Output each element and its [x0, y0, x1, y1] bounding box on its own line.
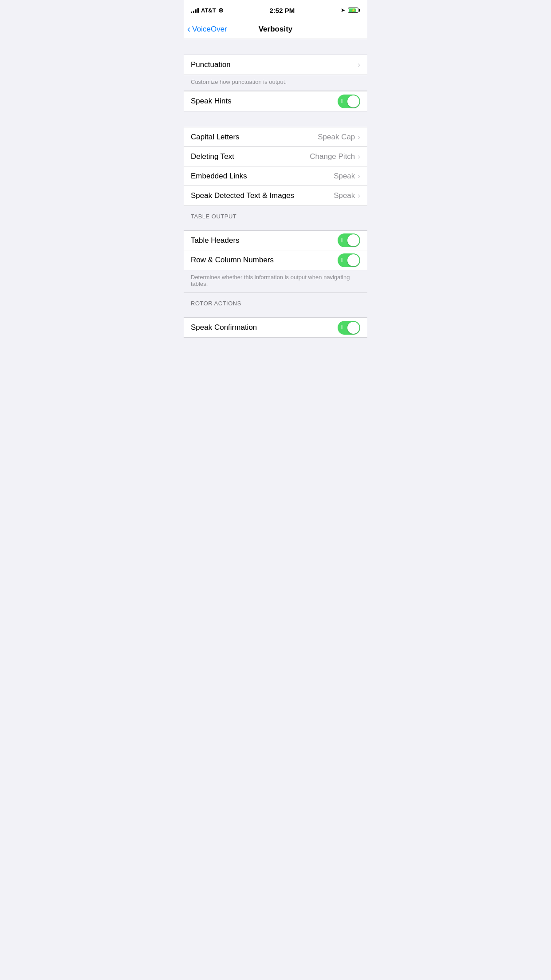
- row-column-numbers-row: Row & Column Numbers I: [184, 250, 367, 270]
- carrier-label: AT&T: [201, 7, 216, 14]
- speak-hints-label: Speak Hints: [191, 97, 338, 106]
- back-label: VoiceOver: [192, 25, 227, 34]
- table-headers-toggle[interactable]: I: [338, 233, 360, 247]
- speak-detected-chevron-icon: ›: [358, 191, 360, 200]
- rotor-actions-header: ROTOR ACTIONS: [184, 293, 367, 309]
- speak-detected-value: Speak: [334, 191, 355, 200]
- table-output-group: Table Headers I Row & Column Numbers I: [184, 230, 367, 270]
- row-column-numbers-label: Row & Column Numbers: [191, 256, 338, 265]
- navigation-bar: ‹ VoiceOver Verbosity: [184, 20, 367, 39]
- signal-bars-icon: [191, 8, 199, 13]
- deleting-text-chevron-icon: ›: [358, 152, 360, 161]
- capital-letters-value: Speak Cap: [318, 133, 355, 142]
- rotor-actions-group: Speak Confirmation I: [184, 317, 367, 338]
- deleting-text-right: Change Pitch ›: [310, 152, 360, 161]
- table-output-header: TABLE OUTPUT: [184, 206, 367, 222]
- other-settings-group: Capital Letters Speak Cap › Deleting Tex…: [184, 127, 367, 206]
- wifi-icon: ⊛: [218, 7, 224, 14]
- capital-letters-chevron-icon: ›: [358, 133, 360, 142]
- table-output-separator: TABLE OUTPUT: [184, 206, 367, 230]
- deleting-text-label: Deleting Text: [191, 152, 310, 161]
- deleting-text-row[interactable]: Deleting Text Change Pitch ›: [184, 147, 367, 166]
- capital-letters-label: Capital Letters: [191, 133, 318, 142]
- embedded-links-value: Speak: [334, 172, 355, 181]
- embedded-links-right: Speak ›: [334, 172, 360, 181]
- speak-detected-label: Speak Detected Text & Images: [191, 191, 334, 200]
- speak-confirmation-toggle[interactable]: I: [338, 321, 360, 335]
- speak-detected-right: Speak ›: [334, 191, 360, 200]
- speak-confirmation-row: Speak Confirmation I: [184, 318, 367, 337]
- embedded-links-label: Embedded Links: [191, 172, 334, 181]
- embedded-links-row[interactable]: Embedded Links Speak ›: [184, 166, 367, 186]
- embedded-links-chevron-icon: ›: [358, 172, 360, 181]
- status-left: AT&T ⊛: [191, 7, 224, 14]
- status-time: 2:52 PM: [270, 7, 295, 14]
- speak-detected-row[interactable]: Speak Detected Text & Images Speak ›: [184, 186, 367, 205]
- rotor-actions-separator: ROTOR ACTIONS: [184, 293, 367, 317]
- speak-hints-group: Speak Hints I: [184, 91, 367, 111]
- punctuation-description: Customize how punctuation is output.: [184, 75, 367, 91]
- capital-letters-right: Speak Cap ›: [318, 133, 360, 142]
- table-headers-row: Table Headers I: [184, 231, 367, 250]
- deleting-text-value: Change Pitch: [310, 152, 355, 161]
- table-headers-label: Table Headers: [191, 236, 338, 245]
- top-separator: [184, 39, 367, 55]
- capital-letters-row[interactable]: Capital Letters Speak Cap ›: [184, 127, 367, 147]
- mid-separator: [184, 111, 367, 127]
- status-bar: AT&T ⊛ 2:52 PM ➤ ⚡: [184, 0, 367, 20]
- back-button[interactable]: ‹ VoiceOver: [187, 24, 227, 34]
- speak-confirmation-label: Speak Confirmation: [191, 323, 338, 332]
- table-output-description: Determines whether this information is o…: [184, 270, 367, 293]
- battery-indicator: ⚡: [348, 8, 360, 13]
- speak-hints-row: Speak Hints I: [184, 91, 367, 111]
- back-chevron-icon: ‹: [187, 24, 190, 34]
- punctuation-label: Punctuation: [191, 60, 358, 69]
- punctuation-right: ›: [358, 60, 360, 69]
- punctuation-row[interactable]: Punctuation ›: [184, 55, 367, 75]
- status-right: ➤ ⚡: [341, 7, 360, 13]
- location-icon: ➤: [341, 7, 345, 13]
- punctuation-group: Punctuation ›: [184, 55, 367, 75]
- page-title: Verbosity: [259, 25, 293, 34]
- punctuation-chevron-icon: ›: [358, 60, 360, 69]
- speak-hints-toggle[interactable]: I: [338, 95, 360, 108]
- row-column-numbers-toggle[interactable]: I: [338, 253, 360, 267]
